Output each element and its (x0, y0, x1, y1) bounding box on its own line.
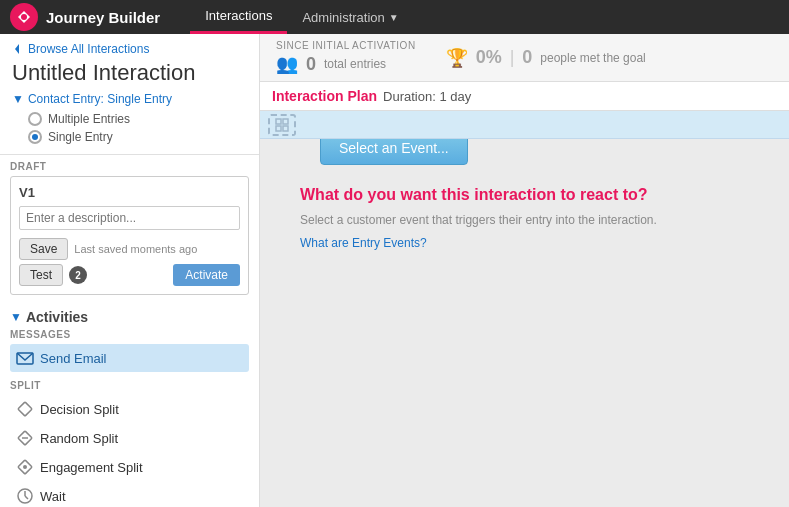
main-layout: Browse All Interactions Untitled Interac… (0, 34, 789, 507)
last-saved-text: Last saved moments ago (74, 243, 197, 255)
save-button[interactable]: Save (19, 238, 68, 260)
activate-button[interactable]: Activate (173, 264, 240, 286)
stats-bar: SINCE INITIAL ACTIVATION 👥 0 total entri… (260, 34, 789, 82)
svg-line-10 (25, 496, 28, 499)
draft-label: DRAFT (10, 161, 249, 172)
activities-collapse-icon[interactable]: ▼ (10, 310, 22, 324)
wait-icon (16, 487, 34, 505)
send-email-item[interactable]: Send Email (10, 344, 249, 372)
draft-section: DRAFT V1 Save Last saved moments ago Tes… (0, 155, 259, 309)
stats-goal-section: 🏆 0% | 0 people met the goal (446, 47, 646, 69)
react-desc: Select a customer event that triggers th… (300, 212, 657, 229)
collapse-icon: ▼ (12, 92, 24, 106)
svg-rect-11 (276, 119, 281, 124)
svg-rect-3 (18, 402, 32, 416)
total-entries-count: 0 (306, 54, 316, 75)
description-input[interactable] (19, 206, 240, 230)
left-panel: Browse All Interactions Untitled Interac… (0, 34, 260, 507)
multiple-entries-radio[interactable] (28, 112, 42, 126)
wait-item[interactable]: Wait (10, 482, 249, 507)
nav-items: Interactions Administration ▼ (190, 0, 413, 34)
nav-item-interactions[interactable]: Interactions (190, 0, 287, 34)
activities-section: ▼ Activities MESSAGES Send Email SPLIT (0, 309, 259, 507)
activities-header: ▼ Activities (10, 309, 249, 325)
split-label: SPLIT (10, 380, 249, 391)
entry-options: Multiple Entries Single Entry (12, 112, 247, 144)
single-entry-radio[interactable] (28, 130, 42, 144)
canvas-area: Select an Event... What do you want this… (260, 111, 789, 507)
decision-split-icon (16, 400, 34, 418)
contact-entry-toggle[interactable]: ▼ Contact Entry: Single Entry (12, 92, 247, 106)
svg-rect-12 (283, 119, 288, 124)
start-event-placeholder[interactable] (268, 114, 296, 136)
svg-point-7 (23, 465, 27, 469)
messages-label: MESSAGES (10, 329, 249, 340)
envelope-icon (16, 349, 34, 367)
engagement-split-item[interactable]: Engagement Split (10, 453, 249, 481)
react-section: What do you want this interaction to rea… (290, 185, 667, 250)
react-link[interactable]: What are Entry Events? (300, 236, 427, 250)
badge: 2 (69, 266, 87, 284)
svg-point-0 (21, 14, 27, 20)
svg-rect-14 (283, 126, 288, 131)
top-nav: Journey Builder Interactions Administrat… (0, 0, 789, 34)
save-row: Save Last saved moments ago (19, 238, 240, 260)
right-panel: SINCE INITIAL ACTIVATION 👥 0 total entri… (260, 34, 789, 507)
goal-divider: | (510, 47, 515, 68)
nav-item-administration[interactable]: Administration ▼ (287, 0, 413, 34)
plan-header: Interaction Plan Duration: 1 day (260, 82, 789, 111)
test-button[interactable]: Test (19, 264, 63, 286)
v1-title: V1 (19, 185, 240, 200)
goal-label: people met the goal (540, 51, 645, 65)
random-split-icon (16, 429, 34, 447)
goal-count: 0 (522, 47, 532, 68)
v1-box: V1 Save Last saved moments ago Test 2 Ac… (10, 176, 249, 295)
test-row: Test 2 Activate (19, 264, 240, 286)
browse-all-link[interactable]: Browse All Interactions (12, 42, 247, 56)
start-event-row (260, 111, 789, 139)
trophy-icon: 🏆 (446, 47, 468, 69)
svg-marker-1 (15, 44, 19, 54)
goal-pct: 0% (476, 47, 502, 68)
svg-rect-13 (276, 126, 281, 131)
multiple-entries-option[interactable]: Multiple Entries (28, 112, 247, 126)
app-title: Journey Builder (46, 9, 160, 26)
decision-split-item[interactable]: Decision Split (10, 395, 249, 423)
total-entries-label: total entries (324, 57, 386, 71)
stats-entry-section: SINCE INITIAL ACTIVATION 👥 0 total entri… (276, 40, 416, 75)
header-section: Browse All Interactions Untitled Interac… (0, 34, 259, 155)
random-split-item[interactable]: Random Split (10, 424, 249, 452)
interaction-title: Untitled Interaction (12, 60, 247, 86)
chevron-down-icon: ▼ (389, 12, 399, 23)
plan-title: Interaction Plan (272, 88, 377, 104)
plan-duration: Duration: 1 day (383, 89, 471, 104)
people-icon: 👥 (276, 53, 298, 75)
engagement-split-icon (16, 458, 34, 476)
single-entry-option[interactable]: Single Entry (28, 130, 247, 144)
react-title: What do you want this interaction to rea… (300, 185, 657, 206)
app-logo (10, 3, 38, 31)
